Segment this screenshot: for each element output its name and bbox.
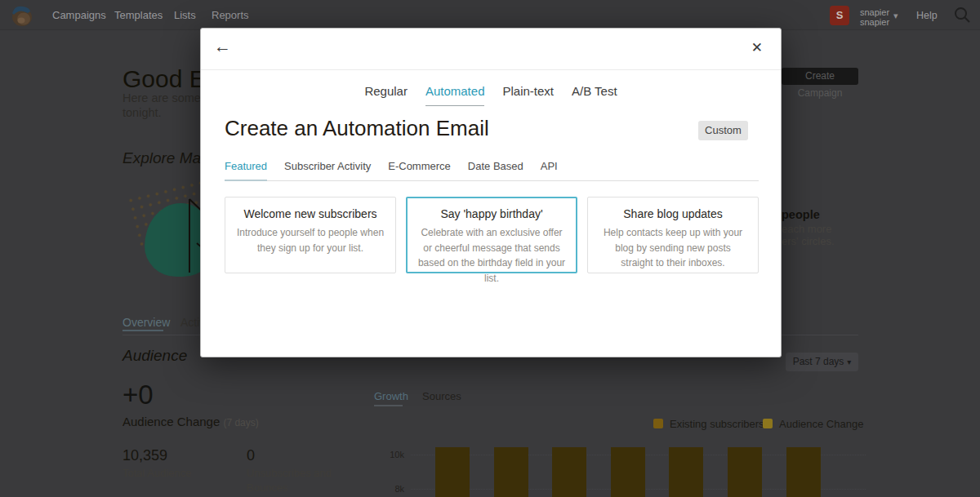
- nav-item-campaigns[interactable]: Campaigns: [52, 9, 106, 21]
- tab-growth-underline: [374, 405, 403, 406]
- chart-bar-existing-subscribers: [435, 447, 470, 497]
- type-tab-automated[interactable]: Automated: [425, 84, 485, 106]
- chart-bar-existing-subscribers: [786, 447, 821, 497]
- account-chevron-down-icon[interactable]: ▾: [893, 11, 898, 21]
- category-tab-api[interactable]: API: [541, 160, 558, 180]
- close-icon[interactable]: ✕: [751, 39, 763, 56]
- create-campaign-modal: ← ✕ Regular Automated Plain-text A/B Tes…: [200, 28, 782, 357]
- category-tab-date-based[interactable]: Date Based: [468, 160, 523, 180]
- audience-change-label: Audience Change (7 days): [122, 415, 259, 428]
- y-axis-tick-8k: 8k: [380, 484, 404, 494]
- back-arrow-icon[interactable]: ←: [214, 37, 231, 56]
- card-welcome-new-subscribers[interactable]: Welcome new subscribers Introduce yourse…: [225, 197, 396, 273]
- search-icon[interactable]: [953, 6, 971, 27]
- category-tab-subscriber-activity[interactable]: Subscriber Activity: [284, 160, 371, 180]
- greeting-subtitle-line2: tonight.: [122, 106, 162, 119]
- chart-bar-existing-subscribers: [728, 447, 762, 497]
- tab-overview[interactable]: Overview: [122, 316, 170, 329]
- nav-item-reports[interactable]: Reports: [212, 9, 249, 21]
- card-description: Introduce yourself to people when they s…: [236, 225, 385, 255]
- audience-change-period: (7 days): [223, 417, 258, 428]
- audience-heading: Audience: [122, 347, 187, 365]
- type-tab-ab-test[interactable]: A/B Test: [572, 84, 617, 106]
- custom-button[interactable]: Custom: [698, 121, 748, 140]
- card-say-happy-birthday[interactable]: Say 'happy birthday' Celebrate with an e…: [406, 197, 577, 273]
- automation-cards: Welcome new subscribers Introduce yourse…: [225, 197, 759, 273]
- nav-item-lists[interactable]: Lists: [174, 9, 196, 21]
- modal-title: Create an Automation Email: [225, 116, 489, 141]
- help-link[interactable]: Help: [916, 10, 938, 21]
- card-title: Say 'happy birthday': [417, 207, 566, 220]
- y-axis-tick-10k: 10k: [380, 450, 404, 459]
- type-tab-regular[interactable]: Regular: [364, 84, 408, 106]
- tab-growth[interactable]: Growth: [374, 390, 408, 402]
- chart-bar-existing-subscribers: [611, 447, 645, 497]
- total-audience-label: Total Audience: [122, 466, 220, 481]
- card-description: Help contacts keep up with your blog by …: [599, 225, 747, 271]
- type-tab-plaintext[interactable]: Plain-text: [502, 84, 554, 106]
- card-share-blog-updates[interactable]: Share blog updates Help contacts keep up…: [587, 197, 759, 273]
- chart-bar-existing-subscribers: [669, 447, 703, 497]
- app-root: Campaigns Templates Lists Reports S snap…: [0, 0, 980, 497]
- audience-change-value: +0: [122, 379, 154, 410]
- modal-header: ← ✕: [201, 29, 781, 70]
- category-tab-ecommerce[interactable]: E-Commerce: [388, 160, 451, 180]
- automation-category-tabs: Featured Subscriber Activity E-Commerce …: [225, 160, 759, 181]
- unsubscribes-value: 0: [247, 447, 255, 464]
- mailchimp-logo-icon[interactable]: [8, 2, 35, 29]
- chart-bar-existing-subscribers: [494, 447, 528, 497]
- tab-overview-underline: [122, 330, 163, 331]
- category-tab-featured[interactable]: Featured: [225, 160, 267, 181]
- total-audience-value: 10,359: [122, 447, 167, 464]
- chart-bar-existing-subscribers: [552, 447, 586, 497]
- card-title: Welcome new subscribers: [236, 207, 385, 220]
- card-description: Celebrate with an exclusive offer or che…: [417, 225, 566, 286]
- nav-item-templates[interactable]: Templates: [114, 9, 163, 21]
- campaign-type-tabs: Regular Automated Plain-text A/B Test: [201, 84, 781, 106]
- unsubscribes-label: Unsubscribes and Bounces: [247, 466, 345, 495]
- card-title: Share blog updates: [599, 207, 747, 220]
